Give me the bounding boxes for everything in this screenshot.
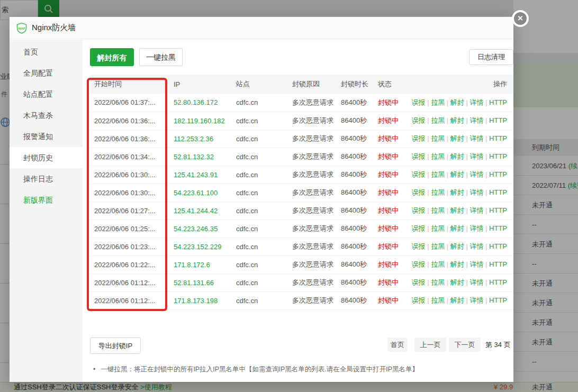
table-row: 2022/06/06 01:34:...52.81.132.32cdfc.cn多… [90,148,513,166]
cell-time: 2022/06/06 01:25:... [90,220,169,238]
action-separator: | [483,260,489,268]
action-link-0[interactable]: 误报 [412,170,426,178]
action-link-3[interactable]: 详情 [469,242,483,250]
action-link-1[interactable]: 拉黑 [431,206,445,214]
sidebar-item-3[interactable]: 木马查杀 [10,105,83,126]
cell-duration: 86400秒 [337,291,374,309]
action-link-2[interactable]: 解封 [450,296,464,304]
action-link-1[interactable]: 拉黑 [431,296,445,304]
close-icon: ✕ [514,12,527,25]
blacklist-all-button[interactable]: 一键拉黑 [139,48,183,66]
action-link-0[interactable]: 误报 [412,116,426,124]
unblock-all-button[interactable]: 解封所有 [90,48,134,66]
action-link-4[interactable]: HTTP [489,170,507,178]
action-link-0[interactable]: 误报 [412,278,426,286]
cell-site: cdfc.cn [232,148,288,166]
action-link-4[interactable]: HTTP [489,116,507,124]
action-link-4[interactable]: HTTP [489,134,507,142]
action-link-0[interactable]: 误报 [412,188,426,196]
cell-ip: 171.8.172.6 [169,256,232,274]
sidebar-item-6[interactable]: 操作日志 [10,168,83,189]
action-link-0[interactable]: 误报 [412,260,426,268]
action-link-1[interactable]: 拉黑 [431,134,445,142]
action-separator: | [464,242,470,250]
action-separator: | [483,206,489,214]
dialog-body: 解封所有 一键拉黑 日志清理 开始时间 IP 站点 封锁原因 封锁时长 状态 操… [83,40,513,382]
table-header-row: 开始时间 IP 站点 封锁原因 封锁时长 状态 操作 [90,75,513,94]
action-link-2[interactable]: 解封 [450,134,464,142]
cell-status: 封锁中 [374,274,405,291]
action-link-0[interactable]: 误报 [412,206,426,214]
action-link-4[interactable]: HTTP [489,296,507,304]
page-first-button[interactable]: 首页 [387,338,408,352]
action-link-2[interactable]: 解封 [450,242,464,250]
action-link-2[interactable]: 解封 [450,188,464,196]
sidebar-item-0[interactable]: 首页 [10,41,83,62]
action-link-2[interactable]: 解封 [450,152,464,160]
close-button[interactable]: ✕ [512,10,529,27]
action-link-2[interactable]: 解封 [450,98,464,106]
action-link-0[interactable]: 误报 [412,224,426,232]
action-link-2[interactable]: 解封 [450,224,464,232]
cell-time: 2022/06/06 01:36:... [90,130,169,148]
action-link-0[interactable]: 误报 [412,152,426,160]
action-link-3[interactable]: 详情 [469,134,483,142]
action-link-3[interactable]: 详情 [469,152,483,160]
sidebar-item-4[interactable]: 报警通知 [10,126,83,147]
action-link-2[interactable]: 解封 [450,260,464,268]
action-link-1[interactable]: 拉黑 [431,260,445,268]
sidebar-item-2[interactable]: 站点配置 [10,84,83,105]
cell-duration: 86400秒 [337,184,374,202]
action-link-3[interactable]: 详情 [469,296,483,304]
clear-logs-button[interactable]: 日志清理 [469,49,513,65]
action-link-4[interactable]: HTTP [489,260,507,268]
cell-reason: 多次恶意请求 [288,94,337,112]
page-prev-button[interactable]: 上一页 [414,338,446,352]
action-link-3[interactable]: 详情 [469,224,483,232]
sidebar-item-7[interactable]: 新版界面 [10,189,83,211]
action-link-1[interactable]: 拉黑 [431,116,445,124]
action-separator: | [445,206,450,214]
action-link-3[interactable]: 详情 [469,278,483,286]
cell-actions: 误报 | 拉黑 | 解封 | 详情 | HTTP [405,291,513,309]
action-link-2[interactable]: 解封 [450,206,464,214]
action-link-0[interactable]: 误报 [412,134,426,142]
action-link-4[interactable]: HTTP [489,188,507,196]
action-link-1[interactable]: 拉黑 [431,188,445,196]
action-link-1[interactable]: 拉黑 [431,152,445,160]
action-separator: | [464,152,470,160]
action-link-2[interactable]: 解封 [450,116,464,124]
cell-ip: 52.81.132.32 [169,148,232,166]
action-link-0[interactable]: 误报 [412,296,426,304]
cell-ip: 54.223.152.229 [169,238,232,256]
action-link-1[interactable]: 拉黑 [431,224,445,232]
cell-duration: 86400秒 [337,94,374,112]
action-link-3[interactable]: 详情 [469,206,483,214]
action-link-4[interactable]: HTTP [489,98,507,106]
action-link-1[interactable]: 拉黑 [431,170,445,178]
action-link-4[interactable]: HTTP [489,278,507,286]
action-link-3[interactable]: 详情 [469,116,483,124]
action-link-1[interactable]: 拉黑 [431,278,445,286]
action-link-1[interactable]: 拉黑 [431,242,445,250]
action-link-3[interactable]: 详情 [469,170,483,178]
action-link-3[interactable]: 详情 [469,98,483,106]
action-link-1[interactable]: 拉黑 [431,98,445,106]
action-link-4[interactable]: HTTP [489,242,507,250]
action-separator: | [464,206,470,214]
action-link-0[interactable]: 误报 [412,98,426,106]
cell-status: 封锁中 [374,184,405,202]
action-link-2[interactable]: 解封 [450,278,464,286]
action-link-2[interactable]: 解封 [450,170,464,178]
cell-reason: 多次恶意请求 [288,238,337,256]
action-link-3[interactable]: 详情 [469,188,483,196]
action-link-4[interactable]: HTTP [489,206,507,214]
sidebar-item-5[interactable]: 封锁历史 [10,147,83,168]
action-link-4[interactable]: HTTP [489,152,507,160]
action-link-3[interactable]: 详情 [469,260,483,268]
action-link-4[interactable]: HTTP [489,224,507,232]
action-link-0[interactable]: 误报 [412,242,426,250]
sidebar-item-1[interactable]: 全局配置 [10,62,83,84]
export-blocked-ip-button[interactable]: 导出封锁IP [90,338,141,354]
page-next-button[interactable]: 下一页 [449,338,481,352]
